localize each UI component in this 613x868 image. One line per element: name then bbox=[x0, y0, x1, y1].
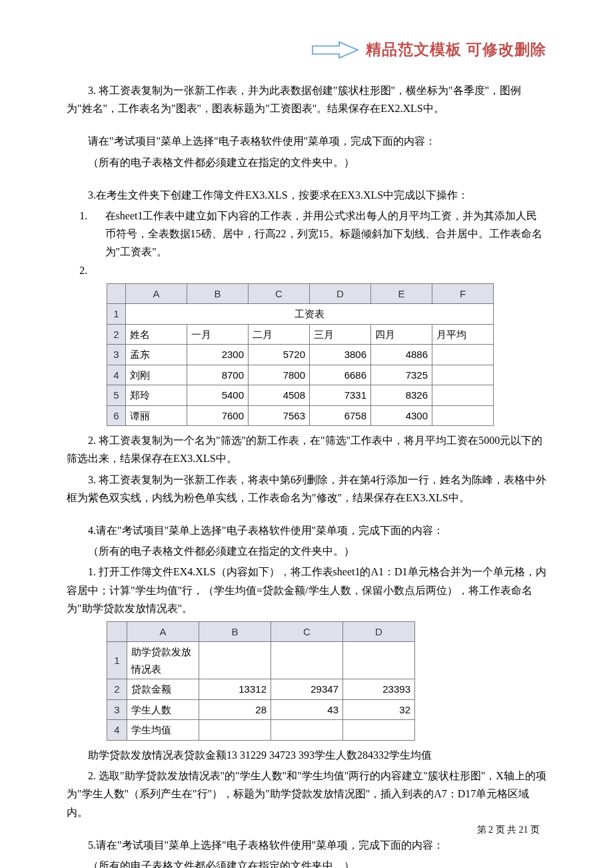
table-row: 6 谭丽 7600 7563 6758 4300 bbox=[107, 405, 494, 426]
cell bbox=[432, 405, 494, 426]
cell: 7325 bbox=[371, 365, 432, 385]
cell: 孟东 bbox=[126, 345, 187, 365]
cell: 谭丽 bbox=[126, 405, 187, 426]
table-row: 2 姓名 一月 二月 三月 四月 月平均 bbox=[107, 324, 494, 345]
cell: 学生人数 bbox=[127, 699, 199, 720]
table-corner bbox=[107, 621, 127, 642]
table-header-row: A B C D bbox=[107, 621, 415, 642]
table-row: 3 学生人数 28 43 32 bbox=[107, 699, 415, 720]
col-header: C bbox=[249, 283, 310, 304]
cell: 7331 bbox=[310, 385, 371, 406]
cell: 三月 bbox=[310, 324, 371, 345]
cell: 23393 bbox=[343, 679, 415, 700]
cell: 4508 bbox=[249, 385, 310, 406]
paragraph: 2. 选取"助学贷款发放情况表"的"学生人数"和"学生均值"两行的内容建立"簇状… bbox=[67, 767, 546, 821]
cell: 郑玲 bbox=[126, 385, 187, 406]
cell bbox=[432, 345, 494, 365]
table-row: 4 刘刚 8700 7800 6686 7325 bbox=[107, 365, 494, 385]
cell bbox=[199, 642, 271, 679]
table-row: 5 郑玲 5400 4508 7331 8326 bbox=[107, 385, 494, 406]
list-text bbox=[105, 261, 546, 279]
cell: 4886 bbox=[371, 345, 432, 365]
cell: 8700 bbox=[187, 365, 249, 385]
cell: 学生均值 bbox=[127, 720, 199, 741]
salary-table: A B C D E F 1 工资表 2 姓名 一月 二月 三月 四月 月平均 3… bbox=[107, 283, 494, 427]
col-header: D bbox=[310, 283, 371, 304]
cell bbox=[432, 385, 494, 406]
cell: 刘刚 bbox=[126, 365, 187, 385]
cell bbox=[343, 642, 415, 679]
cell: 29347 bbox=[271, 679, 343, 700]
paragraph: 请在"考试项目"菜单上选择"电子表格软件使用"菜单项，完成下面的内容： bbox=[67, 132, 546, 150]
paragraph: （所有的电子表格文件都必须建立在指定的文件夹中。） bbox=[67, 857, 546, 868]
col-header: E bbox=[371, 283, 432, 304]
col-header: C bbox=[271, 621, 343, 642]
row-header: 5 bbox=[107, 385, 126, 406]
page-header: 精品范文模板 可修改删除 bbox=[67, 37, 546, 63]
arrow-right-icon bbox=[311, 41, 359, 59]
paragraph: 3. 将工资表复制为一张新工作表，并为此表数据创建"簇状柱形图"，横坐标为"各季… bbox=[67, 81, 546, 117]
col-header: B bbox=[187, 283, 249, 304]
paragraph: 2. 将工资表复制为一个名为"筛选"的新工作表，在"筛选"工作表中，将月平均工资… bbox=[67, 431, 546, 467]
paragraph: 4.请在"考试项目"菜单上选择"电子表格软件使用"菜单项，完成下面的内容： bbox=[67, 521, 546, 539]
cell: 二月 bbox=[249, 324, 310, 345]
cell: 32 bbox=[343, 699, 415, 720]
col-header: A bbox=[126, 283, 187, 304]
cell: 2300 bbox=[187, 345, 249, 365]
paragraph: （所有的电子表格文件都必须建立在指定的文件夹中。） bbox=[67, 153, 546, 171]
row-header: 1 bbox=[107, 642, 127, 679]
table-row: 4 学生均值 bbox=[107, 720, 415, 741]
table-title-cell: 工资表 bbox=[126, 304, 494, 325]
cell: 43 bbox=[271, 699, 343, 720]
row-header: 6 bbox=[107, 405, 126, 426]
cell: 7800 bbox=[249, 365, 310, 385]
table-row: 1 助学贷款发放情况表 bbox=[107, 642, 415, 679]
row-header: 1 bbox=[107, 304, 126, 325]
paragraph: 1. 打开工作簿文件EX4.XLS（内容如下），将工作表sheet1的A1：D1… bbox=[67, 563, 546, 617]
cell bbox=[199, 720, 271, 741]
row-header: 4 bbox=[107, 720, 127, 741]
cell: 28 bbox=[199, 699, 271, 720]
header-title: 精品范文模板 可修改删除 bbox=[366, 37, 546, 63]
row-header: 3 bbox=[107, 699, 127, 720]
col-header: D bbox=[343, 621, 415, 642]
cell: 姓名 bbox=[126, 324, 187, 345]
paragraph: （所有的电子表格文件都必须建立在指定的文件夹中。） bbox=[67, 542, 546, 560]
list-number: 1. bbox=[67, 207, 105, 261]
list-number: 2. bbox=[67, 261, 105, 279]
loan-table: A B C D 1 助学贷款发放情况表 2 贷款金额 13312 29347 2… bbox=[107, 621, 415, 741]
list-item: 1. 在sheet1工作表中建立如下内容的工作表，并用公式求出每人的月平均工资，… bbox=[67, 207, 546, 261]
table-corner bbox=[107, 283, 126, 304]
cell: 贷款金额 bbox=[127, 679, 199, 700]
cell: 月平均 bbox=[432, 324, 494, 345]
cell: 7563 bbox=[249, 405, 310, 426]
paragraph: 3.在考生文件夹下创建工作簿文件EX3.XLS，按要求在EX3.XLS中完成以下… bbox=[67, 186, 546, 204]
list-item: 2. bbox=[67, 261, 546, 279]
cell: 4300 bbox=[371, 405, 432, 426]
cell bbox=[432, 365, 494, 385]
cell: 助学贷款发放情况表 bbox=[127, 642, 199, 679]
cell: 5720 bbox=[249, 345, 310, 365]
col-header: B bbox=[199, 621, 271, 642]
page-footer: 第 2 页 共 21 页 bbox=[477, 822, 540, 838]
table-row: 2 贷款金额 13312 29347 23393 bbox=[107, 679, 415, 700]
paragraph: 3. 将工资表复制为一张新工作表，将表中第6列删除，并在第4行添加一行，姓名为陈… bbox=[67, 471, 546, 507]
table-row: 1 工资表 bbox=[107, 304, 494, 325]
table-header-row: A B C D E F bbox=[107, 283, 494, 304]
cell: 13312 bbox=[199, 679, 271, 700]
row-header: 3 bbox=[107, 345, 126, 365]
col-header: A bbox=[127, 621, 199, 642]
cell: 3806 bbox=[310, 345, 371, 365]
cell bbox=[343, 720, 415, 741]
cell: 四月 bbox=[371, 324, 432, 345]
cell bbox=[271, 642, 343, 679]
paragraph: 5.请在"考试项目"菜单上选择"电子表格软件使用"菜单项，完成下面的内容： bbox=[67, 836, 546, 854]
list-text: 在sheet1工作表中建立如下内容的工作表，并用公式求出每人的月平均工资，并为其… bbox=[105, 207, 546, 261]
cell: 5400 bbox=[187, 385, 249, 406]
table-row: 3 孟东 2300 5720 3806 4886 bbox=[107, 345, 494, 365]
col-header: F bbox=[432, 283, 494, 304]
paragraph: 助学贷款发放情况表贷款金额13 31229 34723 393学生人数28433… bbox=[67, 746, 546, 764]
row-header: 2 bbox=[107, 324, 126, 345]
cell: 6686 bbox=[310, 365, 371, 385]
row-header: 2 bbox=[107, 679, 127, 700]
